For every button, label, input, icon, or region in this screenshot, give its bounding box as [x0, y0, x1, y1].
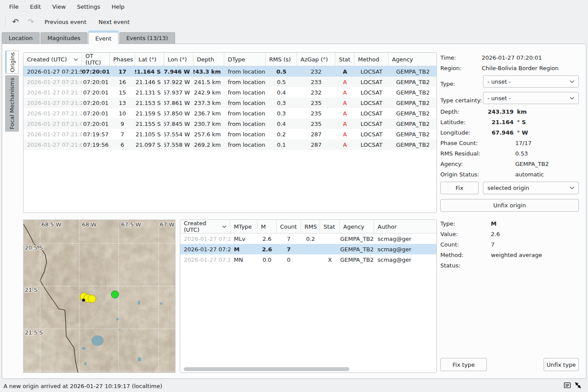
undo-button[interactable]: ↶ — [10, 16, 21, 28]
depth-unit: km — [517, 108, 527, 115]
cell-count: 7 — [277, 244, 301, 254]
scrollbar-thumb[interactable] — [184, 367, 349, 371]
cell-agency: GEMPA_TB2 — [340, 233, 374, 244]
cell-method: LOCSAT — [355, 139, 389, 150]
column-header-agency[interactable]: Agency — [389, 53, 437, 66]
fix-origin-button[interactable]: Fix — [440, 182, 479, 194]
column-header-depth[interactable]: Depth — [193, 53, 224, 66]
event-type-select[interactable]: - unset - — [483, 75, 579, 88]
column-header-created-utc[interactable]: Created (UTC) — [24, 53, 82, 66]
cell-m: 2.6 — [257, 233, 277, 244]
map-marker-yellow[interactable] — [88, 295, 96, 303]
table-row[interactable]: 2026-01-27 07:21:4007:20:011621.146 S67.… — [24, 77, 436, 87]
menu-file[interactable]: File — [4, 2, 24, 12]
fix-origin-mode-select[interactable]: selected origin — [483, 182, 579, 194]
table-row[interactable]: 2026-01-27 07:22:00MN0.00XGEMPA_TB2scmag… — [180, 254, 436, 265]
column-header-author[interactable]: Author — [374, 220, 437, 233]
cell-depth: 242.9 km — [193, 87, 224, 98]
cell-m: 2.6 — [257, 244, 277, 254]
cell-stat: A — [335, 77, 355, 87]
cell-m: 0.0 — [257, 254, 277, 265]
column-header-dtype[interactable]: DType — [224, 53, 266, 66]
cell-depth: 237.3 km — [193, 98, 224, 108]
map-marker-black[interactable] — [82, 299, 85, 302]
magnitudes-table: Created (UTC)MTypeMCountRMSStatAgencyAut… — [180, 220, 437, 373]
cell-dtype: from location — [224, 66, 266, 77]
table-row[interactable]: 2026-01-27 07:22:21M2.67GEMPA_TB2scmag@g… — [180, 244, 436, 254]
cell-azgap: 235 — [297, 108, 335, 118]
table-row[interactable]: 2026-01-27 07:21:2007:20:011021.159 S67.… — [24, 108, 436, 118]
column-header-lon[interactable]: Lon (°) — [164, 53, 193, 66]
column-header-stat[interactable]: Stat — [320, 220, 340, 233]
column-header-ot-utc[interactable]: OT (UTC) — [82, 53, 110, 66]
latitude-value: 21.164 — [482, 119, 514, 125]
map-longitude-label: 68 W — [82, 221, 97, 228]
column-header-method[interactable]: Method — [355, 53, 389, 66]
column-header-count[interactable]: Count — [277, 220, 301, 233]
table-row[interactable]: 2026-01-27 07:21:0907:20:01921.155 S67.8… — [24, 118, 436, 129]
cell-stat: A — [335, 98, 355, 108]
type-certainty-label: Type certainty: — [440, 97, 482, 104]
table-row[interactable]: 2026-01-27 07:21:0207:19:56621.097 S67.5… — [24, 139, 436, 150]
unfix-origin-button[interactable]: Unfix origin — [440, 199, 579, 212]
cell-agency: GEMPA_TB2 — [389, 87, 437, 98]
toolbar-handle[interactable] — [5, 17, 6, 27]
cell-agency: GEMPA_TB2 — [389, 139, 437, 150]
map-marker-green[interactable] — [112, 291, 119, 298]
cell-stat: A — [335, 139, 355, 150]
connection-status-icon[interactable] — [574, 382, 582, 390]
origin-map[interactable]: 68.5 W68 W67.5 W67 W20.5 S21 S21.5 S22 S — [23, 220, 176, 373]
menu-settings[interactable]: Settings — [72, 2, 105, 12]
fix-type-button[interactable]: Fix type — [440, 358, 487, 371]
menu-edit[interactable]: Edit — [25, 2, 46, 12]
tab-events-13-13[interactable]: Events (13/13) — [119, 32, 175, 44]
tab-event[interactable]: Event — [88, 32, 118, 44]
menu-help[interactable]: Help — [107, 2, 129, 12]
table-row[interactable]: 2026-01-27 07:21:3507:20:011521.131 S67.… — [24, 87, 436, 98]
column-header-lat[interactable]: Lat (°) — [135, 53, 164, 66]
tab-magnitudes[interactable]: Magnitudes — [41, 32, 88, 44]
column-header-mtype[interactable]: MType — [230, 220, 257, 233]
table-row[interactable]: 2026-01-27 07:22:21MLv2.670.2GEMPA_TB2sc… — [180, 233, 436, 244]
table-row[interactable]: 2026-01-27 07:21:2607:20:011321.153 S67.… — [24, 98, 436, 108]
previous-event-button[interactable]: Previous event — [40, 16, 91, 28]
column-header-phases[interactable]: Phases — [110, 53, 135, 66]
type-certainty-select[interactable]: - unset - — [483, 92, 579, 104]
column-header-created-utc[interactable]: Created (UTC) — [180, 220, 230, 233]
chevron-down-icon — [570, 186, 574, 189]
column-header-m[interactable]: M — [257, 220, 277, 233]
horizontal-scrollbar[interactable] — [183, 367, 434, 371]
cell-ot-utc: 07:20:01 — [82, 118, 110, 129]
unfix-type-button[interactable]: Unfix type — [544, 358, 579, 371]
column-header-agency[interactable]: Agency — [340, 220, 374, 233]
cell-ot-utc: 07:19:56 — [82, 139, 110, 150]
side-tab-focal-mechanisms[interactable]: Focal Mechanisms — [5, 75, 19, 132]
cell-created-utc: 2026-01-27 07:21:09 — [24, 118, 82, 129]
cell-ot-utc: 07:20:01 — [82, 66, 110, 77]
cell-created-utc: 2026-01-27 07:21:50 — [24, 66, 82, 77]
cell-author: scmag@ger — [374, 254, 437, 265]
redo-button[interactable]: ↷ — [25, 16, 37, 28]
column-header-rms-s[interactable]: RMS (s) — [266, 53, 297, 66]
cell-stat — [320, 244, 340, 254]
log-console-icon[interactable] — [564, 382, 571, 390]
latitude-unit: ° S — [517, 119, 526, 125]
cell-method: LOCSAT — [355, 66, 389, 77]
cell-stat: A — [335, 66, 355, 77]
cell-phases: 7 — [110, 129, 135, 139]
cell-created-utc: 2026-01-27 07:21:02 — [24, 139, 82, 150]
table-row[interactable]: 2026-01-27 07:21:0407:19:57721.105 S67.5… — [24, 129, 436, 139]
column-header-azgap[interactable]: AzGap (°) — [297, 53, 335, 66]
type-label: Type: — [440, 81, 455, 87]
phase-count-value: 17/17 — [515, 140, 531, 146]
tab-location[interactable]: Location — [2, 32, 40, 44]
menu-view[interactable]: View — [47, 2, 71, 12]
cell-rms-s: 0.2 — [266, 129, 297, 139]
cell-dtype: from location — [224, 108, 266, 118]
column-header-rms[interactable]: RMS — [301, 220, 320, 233]
next-event-button[interactable]: Next event — [94, 16, 134, 28]
side-tab-origins[interactable]: Origins — [5, 51, 19, 74]
cell-ot-utc: 07:20:01 — [82, 98, 110, 108]
column-header-stat[interactable]: Stat — [335, 53, 355, 66]
table-row[interactable]: 2026-01-27 07:21:5007:20:011721.164 S67.… — [24, 66, 436, 77]
